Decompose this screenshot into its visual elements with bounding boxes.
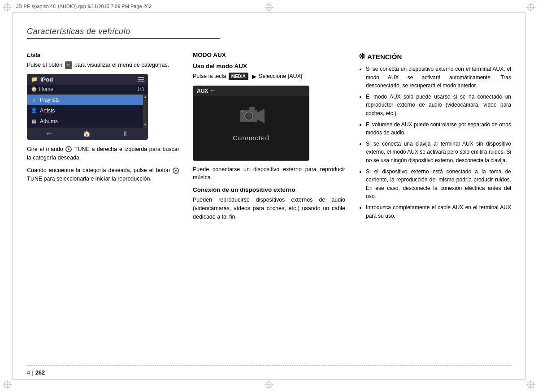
crosshair-bc xyxy=(265,380,273,389)
ipod-menu-icon xyxy=(138,77,144,82)
ipod-scrollbar: ▲ ▼ xyxy=(143,94,148,128)
tune-icon-1 xyxy=(65,146,72,152)
ipod-home-btn: 🏠 xyxy=(83,130,91,137)
arrow-right-icon: ▶ xyxy=(252,72,256,81)
mid-section-title-3: Conexión de un dispositivo externo xyxy=(193,186,345,193)
ipod-header: 📁 iPod xyxy=(27,74,148,85)
attention-list: Si se conecta un dispositivo externo con… xyxy=(359,65,511,220)
content-area: Lista Pulse el botón ≡ para visualizar e… xyxy=(27,52,511,361)
svg-rect-23 xyxy=(241,111,243,112)
ipod-list-wrapper: ♪ Playlists 👤 Artists ▦ Albums xyxy=(27,94,148,128)
crosshair-br xyxy=(526,380,535,389)
mid-section-title-2: Uso del modo AUX xyxy=(193,63,345,69)
scroll-down-arrow: ▼ xyxy=(143,122,148,127)
ipod-home-row: 🏠 Home 1/3 xyxy=(27,85,148,94)
ipod-back-btn: ↩ xyxy=(47,130,52,137)
tune-icon-2 xyxy=(173,168,179,174)
artists-icon: 👤 xyxy=(31,108,37,113)
scroll-up-arrow: ▲ xyxy=(143,95,148,99)
svg-point-20 xyxy=(247,114,251,118)
attention-header: ❊ ATENCIÓN xyxy=(359,52,511,61)
camera-icon xyxy=(238,104,265,129)
attention-star-icon: ❊ xyxy=(359,52,365,61)
ipod-screen: 📁 iPod 🏠 Home 1/3 ♪ xyxy=(27,74,148,140)
albums-icon: ▦ xyxy=(31,118,37,124)
attention-item-2: El modo AUX solo puede usarse si se ha c… xyxy=(366,93,511,118)
attention-item-1: Si se conecta un dispositivo externo con… xyxy=(366,65,511,90)
attention-item-4: Si se conecta una clavija al terminal AU… xyxy=(366,140,511,165)
ipod-list: ♪ Playlists 👤 Artists ▦ Albums xyxy=(27,94,148,128)
attention-item-6: Introduzca completamente el cable AUX en… xyxy=(366,203,511,220)
crosshair-tr xyxy=(526,3,535,12)
section-heading-title: Características de vehículo xyxy=(27,27,220,39)
top-header: JD PE-spanish 4C (AUDIO).qxp 9/11/2015 7… xyxy=(16,4,522,9)
albums-label: Albums xyxy=(40,118,144,125)
left-section-title: Lista xyxy=(27,52,179,58)
crosshair-tl xyxy=(3,3,12,12)
mid-para2: Puede conectarse un dispositivo externo … xyxy=(193,165,345,182)
ipod-list-item-albums: ▦ Albums xyxy=(27,116,148,127)
section-heading: Características de vehículo xyxy=(27,27,511,39)
aux-screen-body: Connected xyxy=(193,86,309,160)
svg-marker-22 xyxy=(257,109,265,123)
file-info: JD PE-spanish 4C (AUDIO).qxp 9/11/2015 7… xyxy=(16,4,152,9)
home-icon: 🏠 xyxy=(31,86,37,92)
attention-item-5: Si el dispositivo externo está conectado… xyxy=(366,168,511,201)
attention-title: ATENCIÓN xyxy=(367,53,402,60)
footer-separator: | xyxy=(32,369,33,376)
mid-para1: Pulse la tecla MEDIA ▶ Seleccione [AUX] xyxy=(193,72,345,81)
mid-para3: Pueden reproducirse dispositivos externo… xyxy=(193,196,345,221)
footer-section-num: 4 xyxy=(27,369,30,376)
aux-screen: AUX ↩ Connected xyxy=(193,86,309,161)
col-left: Lista Pulse el botón ≡ para visualizar e… xyxy=(27,52,179,361)
media-button-icon: MEDIA xyxy=(229,73,248,80)
ipod-list-item-artists: 👤 Artists xyxy=(27,105,148,116)
col-mid: MODO AUX Uso del modo AUX Pulse la tecla… xyxy=(193,52,345,361)
col-right: ❊ ATENCIÓN Si se conecta un dispositivo … xyxy=(359,52,511,361)
ipod-play-btn: ⏸ xyxy=(122,130,128,137)
crosshair-bl xyxy=(3,380,12,389)
playlists-label: Playlists xyxy=(40,97,144,103)
svg-rect-21 xyxy=(249,107,255,111)
ipod-header-right xyxy=(138,77,144,82)
artists-label: Artists xyxy=(40,108,144,114)
ipod-bottom-bar: ↩ 🏠 ⏸ xyxy=(27,128,148,139)
left-para1: Pulse el botón ≡ para visualizar el menú… xyxy=(27,61,179,69)
page-footer: 4 | 262 xyxy=(27,365,511,376)
footer-page-num: 4 | 262 xyxy=(27,369,45,376)
page-indicator: 1/3 xyxy=(137,86,144,92)
attention-item-3: El volumen de AUX puede controlarse por … xyxy=(366,121,511,137)
ipod-list-item-playlists: ♪ Playlists xyxy=(27,95,148,105)
footer-page-262: 262 xyxy=(35,369,45,376)
aux-connected-text: Connected xyxy=(233,134,269,142)
left-para3: Cuando encuentre la categoría deseada, p… xyxy=(27,166,179,183)
mid-section-title-1: MODO AUX xyxy=(193,52,345,58)
playlists-icon: ♪ xyxy=(31,97,37,103)
list-button-icon: ≡ xyxy=(65,61,72,69)
ipod-folder-icon: 📁 xyxy=(31,76,38,82)
left-para2: Gire el mando TUNE a derecha e izquierda… xyxy=(27,145,179,162)
